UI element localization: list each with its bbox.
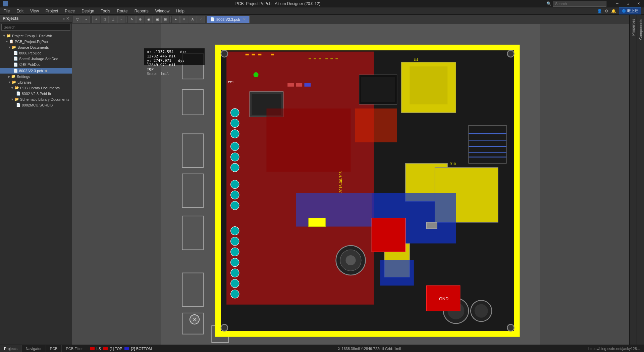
menu-window[interactable]: Window: [152, 8, 173, 14]
panel-header: Projects ≡ ✕: [0, 15, 72, 23]
maximize-button[interactable]: □: [623, 0, 633, 7]
pcb-canvas-area[interactable]: x: -1337.554 dx: 12782.446 mil y: 2747.9…: [72, 24, 629, 345]
brand-button[interactable]: 🔵 旺上旺: [619, 7, 641, 14]
menu-tools[interactable]: Tools: [98, 8, 114, 14]
status-tabs: Projects Navigator PCB PCB Filter: [0, 345, 87, 352]
pcb-lib-expand-arrow: ▼: [11, 86, 14, 90]
svg-rect-10: [216, 45, 519, 50]
pcb-tab-active[interactable]: 📄 8002 V2.3.pcb ✕: [207, 16, 250, 23]
menubar: File Edit View Project Place Design Tool…: [0, 7, 644, 15]
svg-point-26: [231, 153, 239, 161]
svg-rect-48: [266, 108, 351, 172]
project-group-item[interactable]: ▼ 📁 Project Group 1.DsnWrk: [0, 33, 72, 39]
tool-measure[interactable]: ⟋: [197, 16, 205, 23]
close-button[interactable]: ✕: [633, 0, 644, 7]
properties-label[interactable]: Properties: [631, 16, 636, 38]
cursor-crosshair: ✕: [190, 314, 200, 324]
titlebar-search-input[interactable]: [553, 1, 606, 7]
source-doc-3-label: 边框.PcbDoc: [19, 62, 41, 67]
svg-point-36: [231, 279, 239, 288]
pcb-lib-doc-1[interactable]: 📄 8002 V2.3.PcbLib: [0, 91, 72, 96]
tool-via[interactable]: ⊥: [109, 16, 117, 23]
tool-align[interactable]: ⊞: [161, 16, 169, 23]
pcb-lib-docs-group[interactable]: ▼ 📂 PCB Library Documents: [0, 85, 72, 91]
project-expand-arrow: ▼: [5, 40, 8, 43]
settings-label: Settings: [17, 75, 30, 79]
pcb-lib-docs-label: PCB Library Documents: [20, 86, 60, 90]
tool-arrow[interactable]: ▽: [73, 16, 82, 23]
svg-rect-76: [314, 58, 316, 59]
tool-rect[interactable]: □: [101, 16, 109, 23]
tool-pad[interactable]: ⊕: [136, 16, 144, 23]
tool-text[interactable]: A: [189, 16, 197, 23]
snap-display: Snap: 1mil: [147, 72, 202, 76]
tool-grid[interactable]: ▣: [153, 16, 161, 23]
libraries-group[interactable]: ▼ 📂 Libraries: [0, 79, 72, 85]
tool-route[interactable]: →: [82, 16, 90, 23]
source-docs-group[interactable]: ▼ 📂 Source Documents: [0, 44, 72, 50]
menu-design[interactable]: Design: [78, 8, 97, 14]
y-label: y: 2747.971: [147, 58, 171, 63]
toolbar-separator-1: [91, 16, 91, 23]
source-doc-4[interactable]: 📄 8002 V2.3.pcb ◀: [0, 68, 72, 74]
menu-project[interactable]: Project: [42, 8, 61, 14]
settings-icon[interactable]: ⚙: [605, 9, 608, 13]
notification-icon[interactable]: 🔔: [611, 9, 616, 13]
project-tree: ▼ 📁 Project Group 1.DsnWrk ▼ 📋 PCB_Proje…: [0, 32, 72, 345]
status-tab-projects[interactable]: Projects: [0, 345, 22, 352]
source-doc-4-label: 8002 V2.3.pcb: [19, 69, 43, 73]
left-panel: Projects ≡ ✕ ▼ 📁 Project Group 1.DsnWrk …: [0, 15, 72, 345]
svg-point-33: [231, 248, 239, 256]
tool-arc[interactable]: ~: [117, 16, 125, 23]
sch-lib-doc-1[interactable]: 📄 8002MCU.SCHLIB: [0, 102, 72, 108]
layer-top-label: [1] TOP: [110, 347, 122, 351]
svg-point-42: [254, 72, 259, 77]
menu-help[interactable]: Help: [173, 8, 188, 14]
status-tab-navigator[interactable]: Navigator: [22, 345, 46, 352]
svg-text:R10: R10: [449, 163, 456, 166]
panel-menu-icon[interactable]: ≡: [63, 16, 65, 21]
source-doc-2[interactable]: 📄 Sheet1-bakage.SchDoc: [0, 56, 72, 61]
sch-lib-docs-group[interactable]: ▼ 📂 Schematic Library Documents: [0, 96, 72, 102]
titlebar-search-area: 🔍: [544, 1, 609, 7]
status-coordinates: X-1638.38mil Y:2849.722mil Grid: 1mil: [334, 347, 405, 351]
svg-rect-15: [410, 67, 447, 104]
components-label[interactable]: Components: [638, 16, 643, 42]
sch-lib-file-icon: 📄: [16, 103, 21, 107]
panel-close-icon[interactable]: ✕: [66, 16, 69, 21]
source-doc-3[interactable]: 📄 边框.PcbDoc: [0, 61, 72, 68]
project-search-input[interactable]: [1, 24, 70, 31]
minimize-button[interactable]: ─: [612, 0, 623, 7]
svg-point-60: [475, 304, 488, 317]
menu-place[interactable]: Place: [61, 8, 78, 14]
expand-arrow: ▼: [3, 34, 6, 38]
tool-pencil[interactable]: ✎: [128, 16, 136, 23]
menu-view[interactable]: View: [27, 8, 42, 14]
svg-point-37: [231, 290, 239, 298]
source-doc-1[interactable]: 📄 8006.PcbDoc: [0, 50, 72, 56]
properties-panel[interactable]: Properties: [629, 15, 637, 345]
brand-label: 旺上旺: [627, 8, 638, 13]
svg-point-31: [231, 227, 239, 235]
components-panel[interactable]: Components: [637, 15, 644, 345]
tool-circle[interactable]: ◉: [145, 16, 153, 23]
status-tab-pcb[interactable]: PCB: [46, 345, 62, 352]
menu-route[interactable]: Route: [114, 8, 131, 14]
tool-lines[interactable]: ≡: [180, 16, 188, 23]
status-tab-pcb-filter[interactable]: PCB Filter: [62, 345, 87, 352]
menu-reports[interactable]: Reports: [131, 8, 152, 14]
settings-group[interactable]: ▶ 📁 Settings: [0, 74, 72, 79]
pcb-file-icon-3: 📄: [13, 69, 18, 73]
layer-bottom-label: [2] BOTTOM: [131, 347, 152, 351]
menu-file[interactable]: File: [0, 8, 13, 14]
menu-edit[interactable]: Edit: [13, 8, 27, 14]
tool-star[interactable]: ✦: [172, 16, 180, 23]
pcb-tab-close[interactable]: ✕: [243, 17, 246, 21]
layer-display: TOP: [147, 67, 202, 72]
tool-add[interactable]: +: [92, 16, 100, 23]
svg-point-35: [231, 269, 239, 277]
svg-point-56: [345, 255, 356, 265]
project-label: PCB_Project.PrjPcb: [15, 40, 48, 44]
svg-point-34: [231, 258, 239, 267]
project-item[interactable]: ▼ 📋 PCB_Project.PrjPcb: [0, 39, 72, 44]
